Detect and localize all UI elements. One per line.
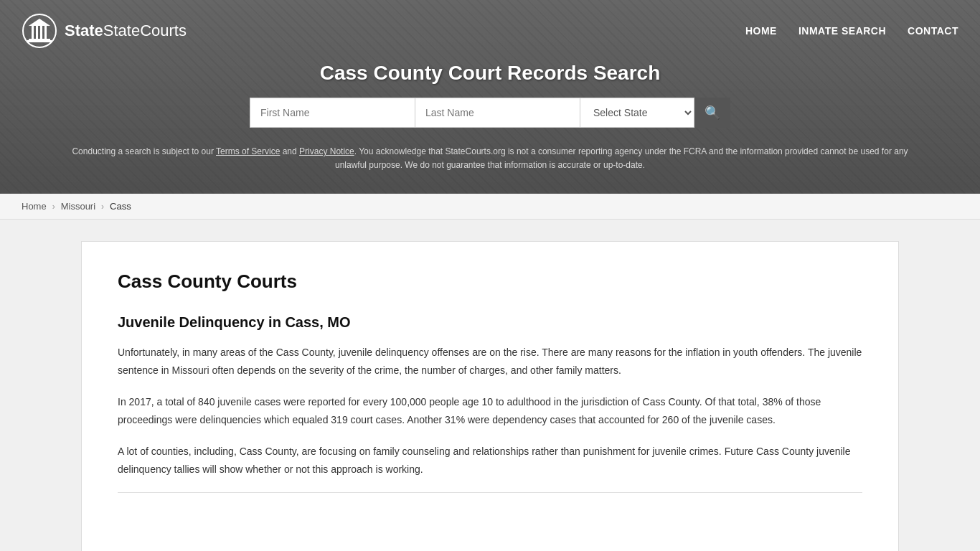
last-name-input[interactable] [415, 98, 580, 128]
disclaimer-text: Conducting a search is subject to our Te… [14, 139, 966, 187]
breadcrumb: Home › Missouri › Cass [0, 194, 980, 220]
content-para2: In 2017, a total of 840 juvenile cases w… [118, 393, 862, 428]
svg-rect-2 [32, 26, 34, 39]
breadcrumb-sep-2: › [101, 202, 104, 212]
svg-rect-3 [36, 26, 38, 39]
terms-link[interactable]: Terms of Service [216, 146, 280, 156]
main-nav: StateStateCourts HOME INMATE SEARCH CONT… [0, 0, 980, 62]
content-divider [118, 492, 862, 493]
search-button[interactable]: 🔍 [694, 98, 730, 128]
first-name-input[interactable] [250, 98, 415, 128]
content-para1: Unfortunately, in many areas of the Cass… [118, 344, 862, 379]
svg-rect-4 [40, 26, 42, 39]
svg-rect-7 [27, 40, 52, 42]
header-title-area: Cass County Court Records Search Select … [0, 62, 980, 194]
nav-links: HOME INMATE SEARCH CONTACT [745, 25, 958, 37]
search-bar: Select State Alabama Missouri 🔍 [14, 98, 966, 128]
breadcrumb-state[interactable]: Missouri [61, 201, 95, 212]
logo-icon [22, 13, 57, 49]
site-name: StateStateCourts [65, 22, 187, 40]
nav-home[interactable]: HOME [745, 25, 777, 37]
content-para3: A lot of counties, including, Cass Count… [118, 443, 862, 478]
header: StateStateCourts HOME INMATE SEARCH CONT… [0, 0, 980, 194]
search-icon: 🔍 [705, 105, 720, 121]
main-content: Cass County Courts Juvenile Delinquency … [81, 241, 899, 551]
svg-marker-6 [29, 19, 50, 26]
page-title: Cass County Court Records Search [14, 62, 966, 85]
svg-rect-5 [44, 26, 47, 39]
site-logo[interactable]: StateStateCourts [22, 13, 187, 49]
nav-inmate-search[interactable]: INMATE SEARCH [798, 25, 886, 37]
state-select[interactable]: Select State Alabama Missouri [580, 98, 694, 128]
content-heading: Cass County Courts [118, 270, 862, 293]
breadcrumb-home[interactable]: Home [22, 201, 47, 212]
breadcrumb-sep-1: › [52, 202, 55, 212]
privacy-link[interactable]: Privacy Notice [299, 146, 354, 156]
breadcrumb-county: Cass [110, 201, 131, 212]
nav-contact[interactable]: CONTACT [908, 25, 958, 37]
section1-heading: Juvenile Delinquency in Cass, MO [118, 314, 862, 331]
